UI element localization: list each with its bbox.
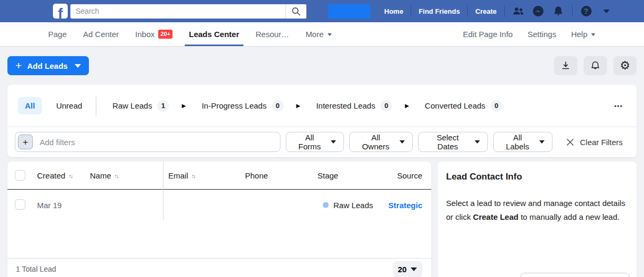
toolbar-icon-buttons: ⚙ [554, 56, 637, 75]
find-friends-link[interactable]: Find Friends [411, 7, 467, 15]
all-labels-dropdown[interactable]: All Labels [493, 132, 552, 152]
search-input[interactable] [70, 7, 285, 15]
table-row[interactable]: Mar 19 Raw Leads Strategic [7, 190, 431, 220]
column-header-source[interactable]: Source [397, 171, 422, 180]
column-header-phone[interactable]: Phone [245, 171, 268, 180]
column-divider[interactable] [163, 162, 164, 220]
count-badge: 0 [380, 100, 392, 112]
column-header-stage[interactable]: Stage [318, 171, 338, 180]
chevron-down-icon [400, 140, 405, 144]
select-dates-dropdown[interactable]: Select Dates [418, 132, 488, 152]
edit-page-info-link[interactable]: Edit Page Info [463, 22, 513, 46]
create-lead-emphasis: Create Lead [473, 212, 519, 221]
tab-ad-center[interactable]: Ad Center [83, 22, 119, 46]
leads-toolbar: + Add Leads ⚙ [0, 47, 644, 85]
add-filter-button[interactable]: + [18, 135, 33, 149]
chevron-down-icon [539, 140, 545, 144]
plus-icon: + [15, 60, 22, 71]
settings-button[interactable]: ⚙ [613, 56, 637, 75]
tab-interested-leads[interactable]: Interested Leads 0 [316, 100, 392, 112]
divider [572, 5, 573, 17]
all-owners-dropdown[interactable]: All Owners [349, 132, 413, 152]
leads-table-card: Created↑↓ Name↑↓ Email↑↓ Phone Stage Sou… [7, 162, 431, 277]
help-menu[interactable]: Help [571, 22, 595, 46]
chevron-down-icon [328, 33, 332, 36]
cell-stage: Raw Leads [323, 200, 373, 209]
add-filters-field[interactable]: + [15, 132, 280, 152]
tab-all-leads[interactable]: All [18, 97, 42, 114]
tab-leads-center[interactable]: Leads Center [189, 22, 239, 46]
tab-in-progress-leads[interactable]: In-Progress Leads 0 [202, 100, 284, 112]
docked-panel-edge[interactable] [520, 273, 630, 277]
tab-page[interactable]: Page [48, 22, 67, 46]
stage-dot-icon [323, 202, 329, 208]
select-all-checkbox[interactable] [15, 170, 25, 181]
tab-inbox[interactable]: Inbox 20+ [135, 22, 173, 46]
create-link[interactable]: Create [468, 7, 504, 15]
count-badge: 1 [157, 100, 169, 112]
count-badge: 0 [272, 100, 284, 112]
panel-title: Lead Contact Info [446, 172, 628, 182]
notifications-icon[interactable] [552, 5, 565, 17]
search-button[interactable] [285, 4, 306, 19]
leads-filter-card: All Unread Raw Leads 1 ▶ In-Progress Lea… [7, 85, 637, 157]
facebook-logo-icon[interactable]: f [53, 4, 68, 19]
tab-raw-leads[interactable]: Raw Leads 1 [112, 100, 169, 112]
download-button[interactable] [554, 56, 577, 75]
total-leads-label: 1 Total Lead [16, 265, 56, 273]
chevron-down-icon [75, 64, 81, 68]
facebook-header: f Home Find Friends Create ? [0, 0, 644, 22]
stage-tabs-row: All Unread Raw Leads 1 ▶ In-Progress Lea… [7, 85, 637, 127]
row-checkbox[interactable] [15, 199, 25, 210]
global-search[interactable] [70, 4, 306, 19]
messenger-icon[interactable] [532, 5, 545, 17]
bell-icon [589, 60, 601, 72]
search-icon [290, 5, 303, 17]
clear-filters-button[interactable]: Clear Filters [566, 138, 623, 147]
help-icon[interactable]: ? [580, 5, 593, 17]
column-header-created[interactable]: Created↑↓ [37, 171, 72, 180]
table-header-row: Created↑↓ Name↑↓ Email↑↓ Phone Stage Sou… [7, 162, 431, 190]
notifications-settings-button[interactable] [584, 56, 607, 75]
tab-converted-leads[interactable]: Converted Leads 0 [425, 100, 502, 112]
count-badge: 0 [491, 100, 502, 112]
chevron-down-icon [475, 140, 480, 144]
all-forms-dropdown[interactable]: All Forms [286, 132, 344, 152]
panel-body-text: Select a lead to review and manage conta… [446, 196, 630, 224]
filters-row: + All Forms All Owners Select Dates All … [7, 127, 637, 157]
lead-contact-info-panel: Lead Contact Info Select a lead to revie… [438, 162, 637, 277]
topbar-links: Home Find Friends Create [377, 0, 505, 22]
inbox-count-badge: 20+ [158, 30, 173, 39]
stage-arrow-icon: ▶ [405, 103, 409, 109]
account-menu-caret-icon[interactable] [603, 10, 610, 13]
tab-resources[interactable]: Resour… [256, 22, 289, 46]
chevron-down-icon [411, 267, 417, 271]
more-options-icon[interactable]: ••• [614, 103, 623, 109]
add-filters-input[interactable] [33, 138, 277, 147]
home-link[interactable]: Home [377, 7, 411, 15]
sort-icon: ↑↓ [68, 172, 72, 178]
tab-more[interactable]: More [305, 22, 331, 46]
close-icon [566, 138, 574, 146]
chevron-down-icon [591, 33, 595, 36]
column-header-name[interactable]: Name↑↓ [90, 171, 118, 180]
friend-requests-icon[interactable] [512, 5, 524, 17]
chevron-down-icon [331, 140, 336, 144]
page-size-dropdown[interactable]: 20 [393, 261, 422, 277]
download-icon [560, 60, 572, 72]
redacted-page-name[interactable] [328, 4, 370, 19]
settings-link[interactable]: Settings [528, 22, 556, 46]
sort-icon: ↑↓ [192, 172, 195, 178]
page-nav-left: Page Ad Center Inbox 20+ Leads Center Re… [48, 22, 348, 46]
divider [504, 5, 505, 17]
gear-icon: ⚙ [620, 60, 630, 72]
cell-source[interactable]: Strategic [388, 200, 422, 209]
add-leads-button[interactable]: + Add Leads [7, 56, 89, 75]
tab-unread[interactable]: Unread [56, 101, 82, 110]
page-nav-right: Edit Page Info Settings Help [448, 22, 595, 46]
stage-arrow-icon: ▶ [296, 103, 301, 109]
sort-icon: ↑↓ [114, 172, 118, 178]
topbar-icons: ? [512, 5, 610, 17]
column-header-email[interactable]: Email↑↓ [168, 171, 195, 180]
plus-icon: + [23, 138, 28, 147]
